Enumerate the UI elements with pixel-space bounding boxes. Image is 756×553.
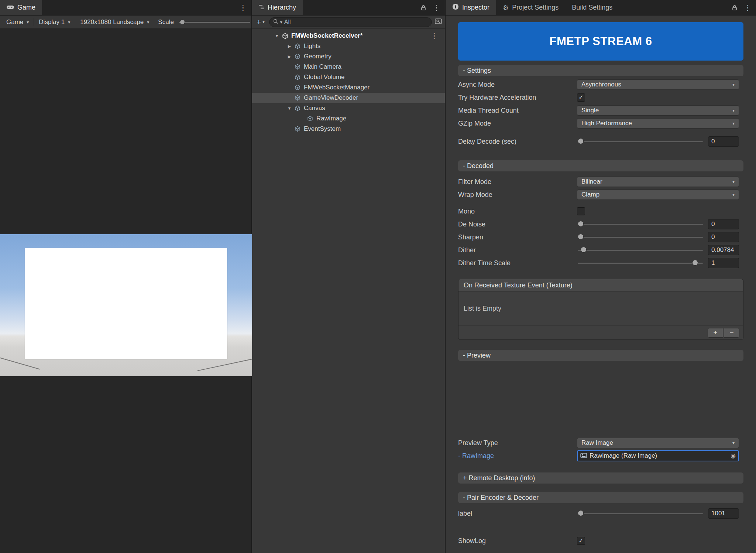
spacer	[458, 76, 743, 79]
slider-handle[interactable]	[692, 260, 698, 266]
label-value-field[interactable]: 1001	[708, 508, 739, 519]
property-control: Raw Image▾	[577, 438, 739, 448]
ground-edge-line	[197, 358, 252, 371]
delay-decode-sec-slider[interactable]	[577, 136, 704, 147]
tab-game-label: Game	[17, 4, 35, 11]
slider-handle[interactable]	[578, 234, 584, 240]
foldout-open-icon[interactable]: ▼	[273, 34, 281, 38]
property-label: Mono	[458, 208, 577, 215]
hierarchy-item-main-camera[interactable]: Main Camera	[252, 62, 445, 72]
property-label: Preview Type	[458, 439, 577, 447]
slider-handle[interactable]	[180, 20, 185, 25]
wrap-mode-dropdown[interactable]: Clamp▾	[577, 190, 739, 200]
display-dropdown[interactable]: Display 1 ▾	[34, 16, 75, 28]
showlog-checkbox[interactable]: ✓	[577, 537, 585, 545]
property-label: Dither Time Scale	[458, 259, 577, 267]
section-header-preview[interactable]: - Preview	[458, 350, 743, 361]
preview-type-dropdown[interactable]: Raw Image▾	[577, 438, 739, 448]
de-noise-slider[interactable]	[577, 219, 704, 229]
resolution-dropdown[interactable]: 1920x1080 Landscape ▾	[75, 16, 154, 28]
mono-checkbox[interactable]	[577, 207, 585, 215]
cube-icon	[293, 74, 302, 81]
add-event-button[interactable]: +	[708, 328, 723, 338]
filter-mode-dropdown[interactable]: Bilinear▾	[577, 177, 739, 187]
slider-handle[interactable]	[578, 510, 584, 516]
hierarchy-item-lights[interactable]: ▶Lights	[252, 41, 445, 51]
game-aspect-dropdown[interactable]: Game ▾	[1, 16, 34, 28]
property-row-rawimage: - RawImageRawImage (Raw Image)◉	[458, 451, 743, 461]
lock-icon[interactable]	[730, 0, 739, 15]
hierarchy-item-geometry[interactable]: ▶Geometry	[252, 51, 445, 62]
dither-slider[interactable]	[577, 245, 704, 255]
event-list-buttons: +−	[708, 328, 739, 338]
hierarchy-item-label: Lights	[304, 42, 320, 50]
search-filter-chevron-icon[interactable]: ▾	[280, 20, 282, 24]
async-mode-dropdown[interactable]: Asynchronous▾	[577, 79, 739, 90]
kebab-menu-icon[interactable]: ⋮	[426, 31, 443, 40]
search-input[interactable]	[284, 19, 428, 25]
de-noise-value-field[interactable]: 0	[708, 219, 739, 229]
section-header-decoded[interactable]: - Decoded	[458, 160, 743, 171]
hierarchy-item-canvas[interactable]: ▼Canvas	[252, 103, 445, 113]
kebab-menu-icon[interactable]: ⋮	[428, 0, 445, 15]
inspector-panel: Inspector ⚙ Project Settings Build Setti…	[446, 0, 756, 553]
section-header-remote-desktop-info[interactable]: + Remote Desktop (info)	[458, 472, 743, 484]
hierarchy-panel: Hierarchy ⋮ + ▾ ▾ ▼ FMWebSocketReceiver*	[252, 0, 446, 553]
property-control: Bilinear▾	[577, 177, 739, 187]
property-control: High Performance▾	[577, 118, 739, 129]
kebab-menu-icon[interactable]: ⋮	[739, 0, 756, 15]
hierarchy-item-label: RawImage	[316, 115, 346, 122]
hierarchy-item-gameviewdecoder[interactable]: GameViewDecoder	[252, 93, 445, 103]
spacer	[458, 271, 743, 279]
property-row-dither-time-scale: Dither Time Scale1	[458, 258, 743, 268]
gear-icon: ⚙	[503, 4, 509, 12]
foldout-open-icon[interactable]: ▼	[285, 106, 293, 110]
spacer	[458, 521, 743, 536]
slider-handle[interactable]	[578, 221, 584, 227]
label-slider[interactable]	[577, 508, 704, 519]
foldout-closed-icon[interactable]: ▶	[285, 54, 293, 59]
remove-event-button[interactable]: −	[724, 328, 739, 338]
foldout-closed-icon[interactable]: ▶	[285, 44, 293, 49]
slider-handle[interactable]	[578, 138, 584, 144]
media-thread-count-dropdown[interactable]: Single▾	[577, 105, 739, 116]
tab-game[interactable]: Game	[0, 0, 42, 15]
hierarchy-item-fmwebsocketmanager[interactable]: FMWebSocketManager	[252, 82, 445, 93]
dither-value-field[interactable]: 0.00784	[708, 245, 739, 255]
tab-inspector[interactable]: Inspector	[446, 0, 496, 15]
property-label: De Noise	[458, 221, 577, 228]
tab-project-settings[interactable]: ⚙ Project Settings	[496, 0, 565, 15]
plus-icon: +	[257, 18, 261, 27]
object-picker-icon[interactable]: ◉	[731, 453, 736, 459]
kebab-menu-icon[interactable]: ⋮	[235, 0, 251, 15]
section-header-pair-encoder-decoder[interactable]: - Pair Encoder & Decoder	[458, 492, 743, 503]
sharpen-value-field[interactable]: 0	[708, 232, 739, 242]
dropdown-value: High Performance	[581, 120, 632, 127]
create-object-button[interactable]: + ▾	[255, 18, 266, 27]
tab-build-settings[interactable]: Build Settings	[565, 0, 619, 15]
gzip-mode-dropdown[interactable]: High Performance▾	[577, 118, 739, 129]
delay-decode-sec-value-field[interactable]: 0	[708, 136, 739, 147]
rawimage-object-field[interactable]: RawImage (Raw Image)◉	[577, 450, 739, 461]
tab-hierarchy[interactable]: Hierarchy	[252, 0, 303, 15]
try-hardware-acceleration-checkbox[interactable]: ✓	[577, 93, 585, 102]
sharpen-slider[interactable]	[577, 232, 704, 242]
hierarchy-item-rawimage[interactable]: RawImage	[252, 113, 445, 124]
section-header-settings[interactable]: - Settings	[458, 65, 743, 76]
cube-icon	[293, 84, 302, 91]
hierarchy-item-global-volume[interactable]: Global Volume	[252, 72, 445, 82]
open-search-window-icon[interactable]	[435, 18, 442, 26]
lock-icon[interactable]	[419, 0, 428, 15]
event-list-footer: +−	[458, 325, 743, 339]
hierarchy-item-eventsystem[interactable]: EventSystem	[252, 124, 445, 134]
property-control	[577, 207, 739, 215]
hierarchy-scene-row[interactable]: ▼ FMWebSocketReceiver* ⋮	[252, 31, 445, 41]
slider-handle[interactable]	[581, 247, 587, 253]
scale-slider[interactable]	[178, 16, 250, 28]
dither-time-scale-slider[interactable]	[577, 258, 704, 268]
dither-time-scale-value-field[interactable]: 1	[708, 258, 739, 268]
spacer	[458, 361, 743, 438]
hierarchy-item-label: EventSystem	[304, 125, 341, 133]
hierarchy-search-field[interactable]: ▾	[269, 17, 432, 27]
hierarchy-icon	[259, 4, 264, 11]
